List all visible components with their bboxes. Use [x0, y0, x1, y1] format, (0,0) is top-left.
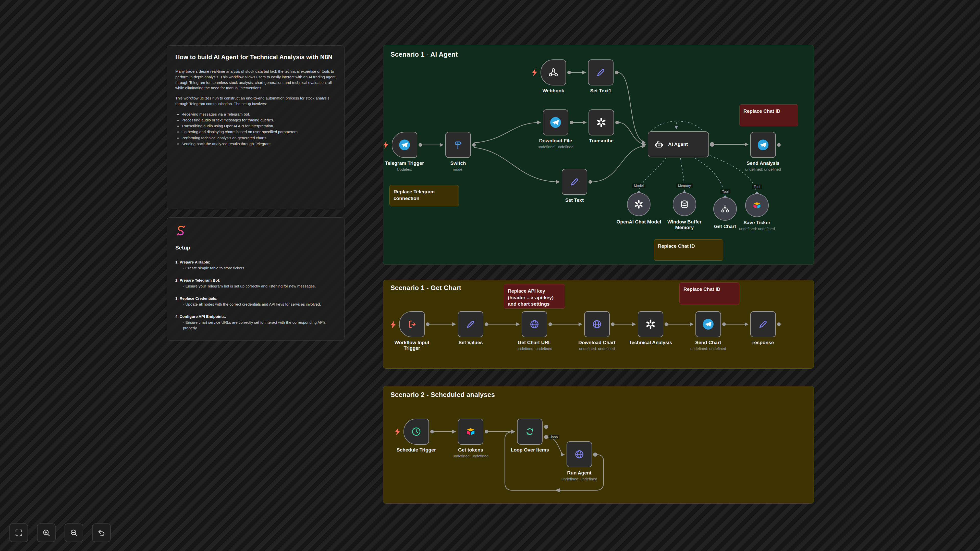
openai-icon	[634, 200, 643, 209]
node-label: Download File	[530, 138, 581, 144]
pencil-icon	[596, 67, 606, 78]
connection-label-loop: loop	[549, 435, 559, 439]
node-switch[interactable]	[445, 132, 471, 158]
node-label: Send Chart	[682, 340, 734, 345]
node-label: Switch	[433, 160, 484, 166]
telegram-icon	[757, 139, 769, 151]
zoom-in-button[interactable]	[37, 524, 56, 542]
zoom-in-icon	[42, 529, 51, 537]
node-sublabel: undefined: undefined	[509, 346, 560, 351]
node-get-chart-url[interactable]	[522, 311, 547, 337]
node-label: Set Text1	[575, 88, 626, 94]
node-label: Set Values	[445, 340, 496, 345]
trigger-zap-icon	[395, 427, 401, 436]
node-technical-analysis[interactable]	[638, 311, 663, 337]
clock-icon	[411, 427, 422, 437]
node-sublabel: Updates:	[379, 167, 430, 171]
openai-icon	[646, 319, 655, 329]
node-download-file[interactable]	[543, 110, 568, 135]
node-sublabel: undefined: undefined	[682, 346, 734, 351]
telegram-icon	[550, 117, 562, 128]
globe-icon	[574, 449, 584, 459]
trigger-zap-icon	[531, 68, 538, 76]
airtable-icon	[752, 201, 762, 210]
node-sublabel: undefined: undefined	[554, 477, 605, 481]
node-set-text[interactable]	[562, 169, 587, 195]
node-label: Webhook	[528, 88, 579, 94]
node-label: Set Text	[549, 197, 600, 203]
zoom-out-icon	[70, 529, 78, 537]
node-window-buffer-memory[interactable]	[673, 192, 696, 216]
globe-icon	[529, 319, 539, 329]
undo-icon	[97, 529, 106, 537]
node-webhook[interactable]	[541, 59, 566, 86]
node-send-chart[interactable]	[695, 311, 721, 337]
connection-label-tool: Tool	[720, 189, 730, 194]
connection-label-memory: Memory	[676, 183, 693, 188]
node-send-analysis[interactable]	[750, 132, 776, 158]
node-run-agent[interactable]	[566, 441, 592, 467]
node-label: Save Ticker	[732, 220, 783, 225]
pencil-icon	[466, 319, 476, 329]
node-label: Send Analysis	[738, 160, 789, 166]
node-ai-agent[interactable]: AI Agent	[648, 131, 709, 157]
node-download-chart[interactable]	[584, 311, 610, 337]
openai-icon	[596, 118, 606, 127]
trigger-zap-icon	[390, 321, 396, 329]
node-label: Schedule Trigger	[391, 447, 442, 453]
pencil-icon	[758, 319, 768, 329]
telegram-icon	[399, 139, 410, 151]
n8n-workflow-canvas: { "notes": { "doc": { "title": "How to b…	[0, 0, 980, 551]
node-sublabel: undefined: undefined	[732, 227, 783, 231]
globe-icon	[592, 319, 602, 329]
workflow-input-icon	[407, 319, 417, 329]
node-sublabel: undefined: undefined	[530, 144, 581, 149]
node-set-values[interactable]	[458, 311, 484, 337]
node-set-text1[interactable]	[588, 59, 614, 86]
switch-icon	[453, 140, 463, 150]
node-label: Download Chart	[571, 340, 622, 345]
node-transcribe[interactable]	[589, 110, 614, 135]
node-label: Telegram Trigger	[379, 160, 430, 166]
trigger-zap-icon	[383, 141, 389, 149]
zoom-to-fit-icon	[14, 529, 23, 537]
node-schedule-trigger[interactable]	[404, 419, 429, 445]
airtable-icon	[466, 427, 476, 437]
node-get-tokens[interactable]	[458, 419, 484, 445]
node-loop-over-items[interactable]	[517, 419, 542, 445]
zoom-out-button[interactable]	[65, 524, 83, 542]
loop-icon	[525, 427, 535, 437]
connection-label-model: Model	[632, 183, 646, 188]
sitemap-icon	[721, 204, 730, 213]
node-label: Get Chart URL	[509, 340, 560, 345]
undo-button[interactable]	[92, 524, 111, 542]
node-workflow-input-trigger[interactable]	[399, 311, 425, 337]
node-sublabel: undefined: undefined	[445, 454, 496, 458]
node-sublabel: mode:	[433, 167, 484, 171]
webhook-icon	[548, 67, 558, 78]
node-label: response	[738, 340, 789, 345]
node-label: Run Agent	[554, 470, 605, 476]
node-label: Get tokens	[445, 447, 496, 453]
telegram-icon	[702, 318, 714, 330]
node-get-chart[interactable]	[713, 197, 737, 221]
node-save-ticker[interactable]	[745, 194, 769, 217]
pencil-icon	[570, 177, 579, 187]
robot-icon	[654, 139, 664, 149]
connections-layer	[0, 0, 980, 551]
node-openai-chat-model[interactable]	[627, 192, 651, 216]
zoom-to-fit-button[interactable]	[10, 524, 28, 542]
node-response[interactable]	[750, 311, 776, 337]
node-label: OpenAI Chat Model	[613, 219, 664, 225]
node-sublabel: undefined: undefined	[738, 167, 789, 171]
node-label: Technical Analysis	[625, 340, 676, 345]
connection-label-tool: Tool	[752, 184, 762, 189]
node-label: Loop Over Items	[504, 447, 555, 453]
database-icon	[680, 200, 689, 209]
node-telegram-trigger[interactable]	[392, 132, 417, 158]
node-label: Workflow Input Trigger	[387, 340, 438, 351]
node-label: Transcribe	[576, 138, 627, 144]
node-sublabel: undefined: undefined	[571, 346, 622, 351]
node-label: AI Agent	[668, 141, 688, 147]
